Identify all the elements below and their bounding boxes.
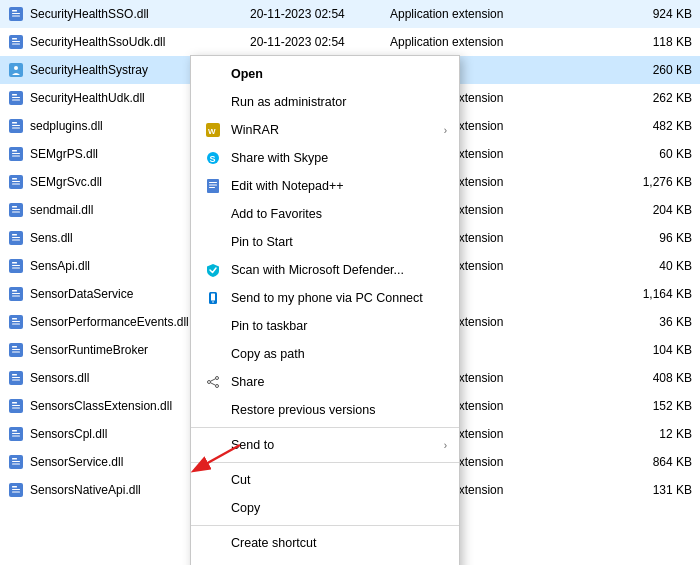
svg-rect-52 <box>12 377 20 378</box>
svg-rect-77 <box>209 187 215 188</box>
svg-rect-53 <box>12 380 20 381</box>
menu-item-icon-cut <box>203 472 223 488</box>
menu-item-icon-skype: S <box>203 150 223 166</box>
svg-rect-67 <box>12 486 17 488</box>
menu-item-restore[interactable]: Restore previous versions <box>191 396 459 424</box>
menu-item-label-restore: Restore previous versions <box>231 403 447 417</box>
svg-rect-76 <box>209 185 217 186</box>
file-icon <box>8 258 24 274</box>
menu-item-share[interactable]: Share <box>191 368 459 396</box>
menu-item-pin-start[interactable]: Pin to Start <box>191 228 459 256</box>
file-size: 12 KB <box>612 427 692 441</box>
svg-rect-3 <box>12 16 20 17</box>
menu-item-label-pin-start: Pin to Start <box>231 235 447 249</box>
svg-rect-19 <box>12 150 17 152</box>
menu-item-icon-winrar: W <box>203 122 223 138</box>
file-icon <box>8 62 24 78</box>
file-size: 1,276 KB <box>612 175 692 189</box>
svg-point-9 <box>14 66 18 70</box>
menu-item-run-admin[interactable]: Run as administrator <box>191 88 459 116</box>
menu-item-winrar[interactable]: WWinRAR› <box>191 116 459 144</box>
menu-item-pin-taskbar[interactable]: Pin to taskbar <box>191 312 459 340</box>
menu-item-defender[interactable]: Scan with Microsoft Defender... <box>191 256 459 284</box>
menu-item-label-defender: Scan with Microsoft Defender... <box>231 263 447 277</box>
menu-item-arrow-winrar: › <box>444 125 447 136</box>
svg-point-80 <box>212 301 214 303</box>
svg-line-84 <box>210 379 215 382</box>
svg-rect-32 <box>12 237 20 238</box>
svg-rect-49 <box>12 352 20 353</box>
svg-rect-31 <box>12 234 17 236</box>
file-icon <box>8 426 24 442</box>
svg-text:W: W <box>208 127 216 136</box>
file-size: 60 KB <box>612 147 692 161</box>
menu-item-open[interactable]: Open <box>191 60 459 88</box>
svg-rect-7 <box>12 44 20 45</box>
svg-rect-56 <box>12 405 20 406</box>
menu-item-icon-run-admin <box>203 94 223 110</box>
file-type: Application extension <box>390 35 612 49</box>
svg-rect-28 <box>12 209 20 210</box>
menu-item-notepad[interactable]: Edit with Notepad++ <box>191 172 459 200</box>
menu-item-label-copy-path: Copy as path <box>231 347 447 361</box>
svg-rect-61 <box>12 436 20 437</box>
svg-rect-25 <box>12 184 20 185</box>
menu-item-cut[interactable]: Cut <box>191 466 459 494</box>
svg-rect-16 <box>12 125 20 126</box>
svg-rect-27 <box>12 206 17 208</box>
svg-rect-29 <box>12 212 20 213</box>
file-icon <box>8 454 24 470</box>
svg-rect-75 <box>209 182 217 183</box>
menu-item-copy[interactable]: Copy <box>191 494 459 522</box>
svg-rect-36 <box>12 265 20 266</box>
menu-item-create-shortcut[interactable]: Create shortcut <box>191 529 459 557</box>
file-type: Application extension <box>390 7 612 21</box>
file-icon <box>8 314 24 330</box>
svg-rect-13 <box>12 100 20 101</box>
file-size: 260 KB <box>612 63 692 77</box>
svg-rect-39 <box>12 290 17 292</box>
menu-item-delete[interactable]: Delete <box>191 557 459 565</box>
menu-item-icon-notepad <box>203 178 223 194</box>
svg-rect-43 <box>12 318 17 320</box>
file-date: 20-11-2023 02:54 <box>250 7 390 21</box>
svg-rect-63 <box>12 458 17 460</box>
file-size: 118 KB <box>612 35 692 49</box>
menu-separator <box>191 427 459 428</box>
menu-item-skype[interactable]: SShare with Skype <box>191 144 459 172</box>
svg-rect-57 <box>12 408 20 409</box>
file-row[interactable]: SecurityHealthSSO.dll20-11-2023 02:54App… <box>0 0 700 28</box>
file-size: 131 KB <box>612 483 692 497</box>
menu-item-icon-copy <box>203 500 223 516</box>
svg-rect-20 <box>12 153 20 154</box>
menu-item-send-to[interactable]: Send to› <box>191 431 459 459</box>
menu-item-label-skype: Share with Skype <box>231 151 447 165</box>
file-icon <box>8 370 24 386</box>
svg-point-81 <box>216 377 219 380</box>
menu-item-phone[interactable]: Send to my phone via PC Connect <box>191 284 459 312</box>
svg-rect-64 <box>12 461 20 462</box>
menu-item-favorites[interactable]: Add to Favorites <box>191 200 459 228</box>
menu-item-copy-path[interactable]: Copy as path <box>191 340 459 368</box>
file-icon <box>8 230 24 246</box>
svg-rect-65 <box>12 464 20 465</box>
file-date: 20-11-2023 02:54 <box>250 35 390 49</box>
menu-item-icon-open <box>203 66 223 82</box>
menu-item-label-open: Open <box>231 67 447 81</box>
context-menu: OpenRun as administratorWWinRAR›SShare w… <box>190 55 460 565</box>
menu-separator <box>191 525 459 526</box>
menu-item-label-cut: Cut <box>231 473 447 487</box>
file-name: SecurityHealthSSO.dll <box>30 7 250 21</box>
menu-item-icon-pin-taskbar <box>203 318 223 334</box>
svg-rect-74 <box>207 179 219 193</box>
svg-point-83 <box>216 385 219 388</box>
file-size: 104 KB <box>612 343 692 357</box>
menu-item-label-notepad: Edit with Notepad++ <box>231 179 447 193</box>
file-size: 152 KB <box>612 399 692 413</box>
svg-rect-47 <box>12 346 17 348</box>
svg-rect-6 <box>12 41 20 42</box>
file-icon <box>8 146 24 162</box>
file-row[interactable]: SecurityHealthSsoUdk.dll20-11-2023 02:54… <box>0 28 700 56</box>
svg-point-82 <box>208 381 211 384</box>
file-size: 262 KB <box>612 91 692 105</box>
